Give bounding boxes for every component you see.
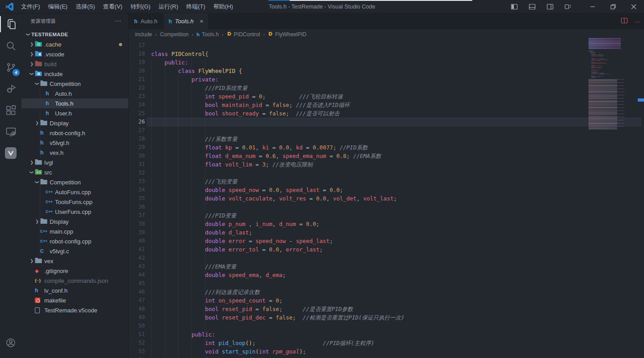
code-token: //检测是否重置过PID(保证只执行一次)	[303, 314, 405, 321]
code-token: =	[303, 144, 313, 151]
code-token: public:	[191, 331, 215, 338]
file-icon: C++	[40, 229, 49, 234]
tree-item-.cache[interactable]: ❯.cache	[21, 39, 128, 49]
breadcrumb-separator: ›	[263, 32, 265, 37]
file-icon: C++	[46, 209, 55, 214]
source-control-icon[interactable]: 4	[0, 56, 21, 78]
tree-item-robot-config.h[interactable]: hrobot-config.h	[21, 128, 128, 138]
menu-7[interactable]: 帮助(H)	[209, 0, 237, 13]
line-number: 23	[129, 92, 145, 101]
tree-item-Tools.h[interactable]: hTools.h	[21, 98, 128, 108]
toggle-sidebar-icon[interactable]	[508, 0, 521, 13]
minimap[interactable]: class PIDControl{ public: class FlyWheel…	[588, 38, 638, 148]
code-token: ,	[289, 144, 296, 151]
extensions-icon[interactable]	[0, 99, 21, 121]
overview-ruler-cursor-marker	[638, 98, 644, 102]
accounts-icon[interactable]	[0, 334, 21, 352]
tree-item-Display[interactable]: ❯Display	[21, 217, 128, 226]
tree-root[interactable]: ❯TESTREMADE	[21, 30, 128, 39]
menu-1[interactable]: 编辑(E)	[44, 0, 72, 13]
code-token	[151, 348, 205, 355]
code-token: ;	[339, 187, 343, 193]
minimize-button[interactable]	[582, 0, 603, 13]
tree-item-.vscode[interactable]: ❯.vscode	[21, 49, 128, 59]
tree-item-ToolsFuns.cpp[interactable]: C++ToolsFuns.cpp	[21, 197, 128, 207]
tree-item-Display[interactable]: ❯Display	[21, 118, 128, 128]
menu-2[interactable]: 选择(S)	[72, 0, 99, 13]
editor-more-actions-icon[interactable]: ···	[634, 18, 640, 25]
code-line	[151, 203, 644, 211]
remote-explorer-icon[interactable]	[0, 121, 21, 142]
code-token	[255, 340, 323, 346]
tree-item-lvgl[interactable]: ❯lvgl	[21, 158, 128, 167]
tree-item-robot-config.cpp[interactable]: C++robot-config.cpp	[21, 236, 128, 246]
code-line	[151, 279, 644, 288]
tree-item-vex[interactable]: ❯vex	[21, 256, 128, 266]
code-token: //改变电压限制	[272, 161, 313, 168]
menu-5[interactable]: 运行(R)	[154, 0, 182, 13]
code-token	[151, 59, 165, 66]
code-token: ;	[316, 221, 320, 227]
tree-item-TestRemade.v5code[interactable]: TestRemade.v5code	[21, 305, 128, 315]
menu-0[interactable]: 文件(F)	[17, 0, 44, 13]
code-token: )	[299, 348, 303, 355]
tree-item-compile_commands.json[interactable]: {··}compile_commands.json	[21, 276, 128, 286]
menu-3[interactable]: 查看(V)	[99, 0, 126, 13]
file-tree: ❯TESTREMADE❯.cache❯.vscode❯build❯include…	[21, 30, 128, 358]
tree-item-Competition[interactable]: ❯Competition	[21, 177, 128, 187]
toggle-panel-icon[interactable]	[525, 0, 539, 13]
tree-item-src[interactable]: ❯src	[21, 167, 128, 177]
search-icon[interactable]	[0, 35, 21, 56]
run-debug-icon[interactable]	[0, 78, 21, 99]
tab-Autoh[interactable]: hAuto.h	[129, 13, 163, 29]
tree-item-label: v5lvgl.h	[50, 140, 69, 146]
tree-item-v5lvgl.h[interactable]: hv5lvgl.h	[21, 138, 128, 148]
code-line	[151, 126, 644, 135]
tree-item-AutoFuns.cpp[interactable]: C++AutoFuns.cpp	[21, 187, 128, 197]
code-token: d_ema_num	[225, 153, 256, 159]
tree-item-Auto.h[interactable]: hAuto.h	[21, 89, 128, 98]
menubar: 文件(F)编辑(E)选择(S)查看(V)转到(G)运行(R)终端(T)帮助(H)	[17, 0, 237, 13]
breadcrumb-item-include[interactable]: include	[135, 31, 152, 38]
customize-layout-icon[interactable]	[561, 0, 575, 13]
tree-item-main.cpp[interactable]: C++main.cpp	[21, 226, 128, 236]
tree-item-lv_conf.h[interactable]: hlv_conf.h	[21, 286, 128, 295]
menu-4[interactable]: 转到(G)	[127, 0, 155, 13]
code-token: =	[326, 153, 336, 159]
explorer-icon[interactable]	[0, 13, 21, 35]
tree-item-makefile[interactable]: makefile	[21, 295, 128, 305]
breadcrumb-item-PIDControl[interactable]: PIDControl	[227, 31, 260, 38]
menu-6[interactable]: 终端(T)	[182, 0, 209, 13]
code-token: ,	[259, 272, 266, 278]
tree-item-v5lvgl.c[interactable]: Cv5lvgl.c	[21, 246, 128, 256]
tree-item-include[interactable]: ❯include	[21, 69, 128, 79]
code-line: int on_speed_count = 0;	[151, 296, 644, 305]
tree-item-build[interactable]: ❯build	[21, 59, 128, 69]
tree-item-vex.h[interactable]: hvex.h	[21, 148, 128, 158]
tree-item-UserFuns.cpp[interactable]: C++UserFuns.cpp	[21, 207, 128, 217]
explorer-more-actions[interactable]: ···	[115, 13, 121, 29]
line-number: 29	[129, 143, 145, 152]
line-number: 54	[129, 356, 145, 358]
code-token: //PID循环(主程序)	[323, 340, 374, 346]
tree-item-User.h[interactable]: hUser.h	[21, 108, 128, 118]
tree-item-.gitignore[interactable]: ◆.gitignore	[21, 266, 128, 276]
breadcrumb-item-Toolsh[interactable]: hTools.h	[196, 31, 219, 38]
line-number: 52	[129, 339, 145, 347]
code-token	[151, 102, 205, 108]
restore-button[interactable]	[603, 0, 623, 13]
vex-icon[interactable]	[0, 142, 21, 164]
code-token: ,	[279, 246, 286, 253]
toggle-secondary-sidebar-icon[interactable]	[543, 0, 557, 13]
code-token	[151, 272, 205, 278]
breadcrumb-item-FlyWheelPID[interactable]: FlyWheelPID	[268, 31, 306, 38]
code-line: ///PID系统常量	[151, 84, 644, 92]
tree-item-Competition[interactable]: ❯Competition	[21, 79, 128, 89]
split-editor-icon[interactable]	[621, 17, 628, 26]
tab-Toolsh[interactable]: hTools.h×	[163, 13, 209, 29]
code-editor[interactable]: 1718192021222324252627282930313233343536…	[129, 39, 644, 358]
close-button[interactable]	[623, 0, 644, 13]
close-tab-icon[interactable]: ×	[200, 18, 203, 25]
code-token: ,	[272, 195, 279, 202]
breadcrumb-item-Competition[interactable]: Competition	[160, 31, 189, 38]
